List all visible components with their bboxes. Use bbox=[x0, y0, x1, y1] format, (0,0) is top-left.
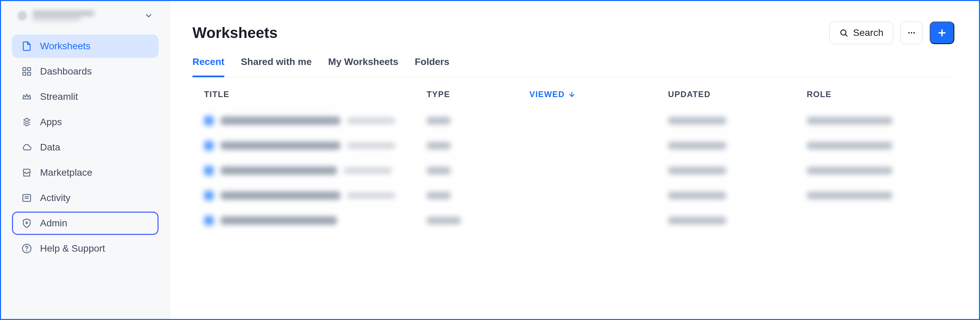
nav-label: Dashboards bbox=[40, 66, 92, 77]
nav-label: Help & Support bbox=[40, 243, 105, 254]
chevron-down-icon bbox=[144, 11, 153, 20]
nav-item-marketplace[interactable]: Marketplace bbox=[12, 161, 159, 184]
tab-my-worksheets[interactable]: My Worksheets bbox=[328, 56, 398, 77]
search-label: Search bbox=[853, 27, 883, 38]
column-header-role[interactable]: ROLE bbox=[807, 90, 943, 99]
activity-icon bbox=[22, 193, 32, 203]
arrow-down-icon bbox=[568, 90, 576, 98]
svg-point-12 bbox=[908, 32, 910, 33]
account-avatar bbox=[18, 11, 27, 21]
table-row[interactable] bbox=[192, 183, 954, 208]
svg-point-9 bbox=[26, 250, 27, 251]
column-label: VIEWED bbox=[530, 90, 565, 99]
tab-shared[interactable]: Shared with me bbox=[241, 56, 312, 77]
document-icon bbox=[22, 41, 32, 51]
header-actions: Search bbox=[829, 22, 954, 44]
nav-item-help[interactable]: Help & Support bbox=[12, 237, 159, 260]
apps-icon bbox=[22, 117, 32, 127]
page-header: Worksheets Search bbox=[192, 22, 954, 44]
nav-label: Streamlit bbox=[40, 91, 78, 102]
nav-label: Worksheets bbox=[40, 41, 91, 52]
storefront-icon bbox=[22, 168, 32, 178]
help-icon bbox=[22, 243, 32, 253]
column-header-type[interactable]: TYPE bbox=[426, 90, 530, 99]
add-button[interactable] bbox=[930, 22, 954, 44]
nav-label: Activity bbox=[40, 192, 70, 203]
table-row[interactable] bbox=[192, 158, 954, 183]
nav-label: Apps bbox=[40, 117, 62, 128]
search-button[interactable]: Search bbox=[829, 22, 893, 44]
nav-label: Admin bbox=[40, 218, 67, 229]
main-content: Worksheets Search Recent Shared with m bbox=[170, 1, 979, 319]
sidebar: Worksheets Dashboards Streamlit Apps Dat… bbox=[1, 1, 170, 319]
nav-item-data[interactable]: Data bbox=[12, 136, 159, 159]
nav-item-admin[interactable]: Admin bbox=[12, 212, 159, 235]
tab-folders[interactable]: Folders bbox=[415, 56, 449, 77]
nav-item-apps[interactable]: Apps bbox=[12, 111, 159, 134]
more-icon bbox=[907, 29, 916, 37]
table-row[interactable] bbox=[192, 133, 954, 158]
shield-icon bbox=[22, 218, 32, 228]
account-text-blurred bbox=[33, 11, 139, 21]
nav-item-worksheets[interactable]: Worksheets bbox=[12, 35, 159, 58]
nav-label: Marketplace bbox=[40, 167, 92, 178]
tabs: Recent Shared with me My Worksheets Fold… bbox=[192, 56, 954, 77]
nav-item-activity[interactable]: Activity bbox=[12, 186, 159, 209]
crown-icon bbox=[22, 92, 32, 102]
account-switcher[interactable] bbox=[1, 11, 170, 28]
table-header-row: TITLE TYPE VIEWED UPDATED ROLE bbox=[192, 77, 954, 108]
page-title: Worksheets bbox=[192, 24, 278, 41]
column-header-viewed[interactable]: VIEWED bbox=[530, 90, 668, 99]
nav-label: Data bbox=[40, 142, 60, 153]
grid-icon bbox=[22, 67, 32, 77]
svg-point-14 bbox=[913, 32, 915, 33]
plus-icon bbox=[937, 28, 947, 38]
table-row[interactable] bbox=[192, 108, 954, 133]
svg-rect-0 bbox=[23, 68, 26, 71]
table-body bbox=[192, 108, 954, 233]
more-button[interactable] bbox=[900, 22, 923, 44]
nav-list: Worksheets Dashboards Streamlit Apps Dat… bbox=[1, 28, 170, 260]
cloud-icon bbox=[22, 142, 32, 152]
nav-item-dashboards[interactable]: Dashboards bbox=[12, 60, 159, 83]
column-header-updated[interactable]: UPDATED bbox=[668, 90, 807, 99]
nav-item-streamlit[interactable]: Streamlit bbox=[12, 85, 159, 108]
svg-point-7 bbox=[26, 222, 28, 223]
search-icon bbox=[839, 29, 848, 37]
svg-point-13 bbox=[911, 32, 912, 33]
svg-rect-3 bbox=[28, 73, 31, 76]
svg-line-11 bbox=[845, 35, 847, 36]
svg-rect-1 bbox=[28, 68, 31, 71]
tab-recent[interactable]: Recent bbox=[192, 56, 224, 77]
svg-rect-2 bbox=[23, 73, 26, 76]
column-header-title[interactable]: TITLE bbox=[204, 90, 426, 99]
table-row[interactable] bbox=[192, 208, 954, 233]
